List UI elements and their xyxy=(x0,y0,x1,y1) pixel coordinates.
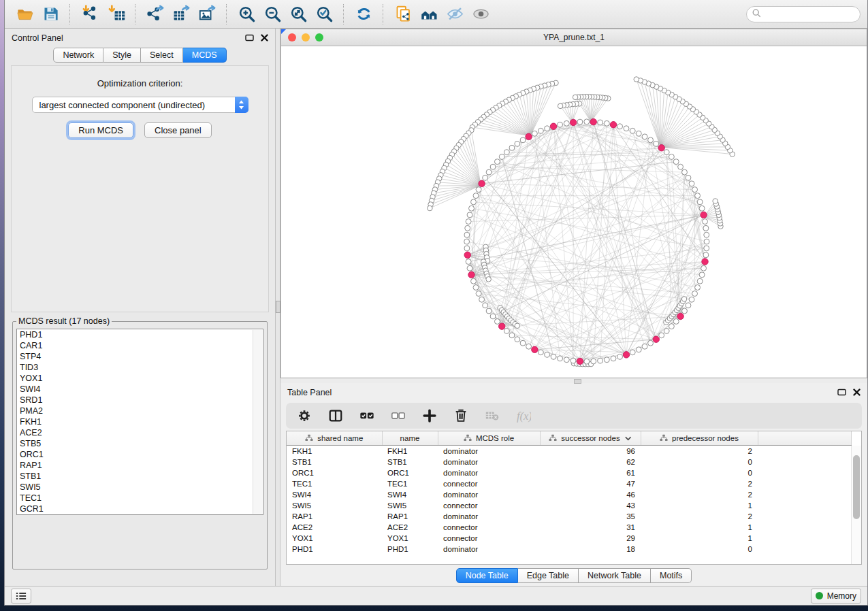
mcds-result-item[interactable]: CAR1 xyxy=(17,340,263,351)
export-network-button[interactable] xyxy=(142,3,168,25)
split-columns-button[interactable] xyxy=(328,408,343,423)
cell-successor_nodes[interactable]: 43 xyxy=(540,500,641,511)
cell-shared_name[interactable]: RAP1 xyxy=(287,511,382,522)
mcds-result-item[interactable]: FKH1 xyxy=(17,416,263,427)
memory-button[interactable]: Memory xyxy=(811,589,861,604)
cell-name[interactable]: ORC1 xyxy=(382,467,438,478)
cell-shared_name[interactable]: YOX1 xyxy=(287,533,382,544)
mcds-result-item[interactable]: STB1 xyxy=(17,471,263,482)
export-image-button[interactable] xyxy=(194,3,220,25)
float-panel-icon[interactable] xyxy=(245,34,254,42)
horizontal-splitter-handle[interactable] xyxy=(574,379,581,384)
table-tab-edge-table[interactable]: Edge Table xyxy=(518,568,579,583)
cell-shared_name[interactable]: SWI5 xyxy=(287,500,382,511)
cell-predecessor_nodes[interactable]: 2 xyxy=(641,511,758,522)
cell-shared_name[interactable]: SWI4 xyxy=(287,489,382,500)
hide-selected-button[interactable] xyxy=(442,3,468,25)
mcds-result-item[interactable]: PMA2 xyxy=(17,406,263,416)
mcds-result-item[interactable]: ORC1 xyxy=(17,449,263,460)
cell-name[interactable]: RAP1 xyxy=(382,511,438,522)
zoom-selected-button[interactable] xyxy=(311,3,337,25)
delete-column-button[interactable] xyxy=(453,408,468,423)
cell-shared_name[interactable]: FKH1 xyxy=(287,446,382,457)
cell-shared_name[interactable]: ORC1 xyxy=(287,467,382,478)
cell-name[interactable]: YOX1 xyxy=(382,533,438,544)
tab-mcds[interactable]: MCDS xyxy=(183,48,227,63)
cell-shared_name[interactable]: ACE2 xyxy=(287,522,382,533)
mcds-list-scrollbar[interactable] xyxy=(253,330,262,514)
cell-successor_nodes[interactable]: 29 xyxy=(540,533,641,544)
cell-shared_name[interactable]: TEC1 xyxy=(287,478,382,489)
zoom-fit-button[interactable] xyxy=(285,3,311,25)
optimization-criterion-select[interactable]: largest connected component (undirected) xyxy=(32,97,248,113)
table-row[interactable]: SWI4SWI4dominator462 xyxy=(287,489,852,500)
zoom-out-button[interactable] xyxy=(259,3,285,25)
mcds-result-item[interactable]: SWI5 xyxy=(17,482,263,493)
vertical-splitter[interactable] xyxy=(275,29,280,586)
table-tab-node-table[interactable]: Node Table xyxy=(456,568,518,583)
table-scrollbar[interactable] xyxy=(851,446,861,564)
table-row[interactable]: TEC1TEC1connector472 xyxy=(287,478,852,489)
mcds-result-item[interactable]: ACE2 xyxy=(17,427,263,438)
cell-predecessor_nodes[interactable]: 2 xyxy=(641,478,758,489)
vertical-splitter-handle[interactable] xyxy=(276,301,280,313)
table-row[interactable]: RAP1RAP1dominator352 xyxy=(287,511,852,522)
mcds-result-item[interactable]: RAP1 xyxy=(17,460,263,471)
cell-mcds_role[interactable]: dominator xyxy=(438,467,540,478)
import-network-button[interactable] xyxy=(77,3,103,25)
export-table-button[interactable] xyxy=(168,3,194,25)
mcds-result-item[interactable]: STP4 xyxy=(17,351,263,362)
cell-mcds_role[interactable]: dominator xyxy=(438,544,540,555)
minimize-window-button[interactable] xyxy=(302,33,310,42)
cell-predecessor_nodes[interactable]: 1 xyxy=(641,522,758,533)
first-neighbors-button[interactable] xyxy=(416,3,442,25)
table-tab-motifs[interactable]: Motifs xyxy=(651,568,692,583)
mcds-result-item[interactable]: TEC1 xyxy=(17,493,263,503)
tab-network[interactable]: Network xyxy=(53,48,103,63)
float-table-panel-icon[interactable] xyxy=(837,389,846,396)
import-table-button[interactable] xyxy=(103,3,129,25)
table-row[interactable]: STB1STB1dominator620 xyxy=(287,457,852,467)
network-window-titlebar[interactable]: YPA_prune.txt_1 xyxy=(281,29,867,46)
close-panel-button[interactable]: Close panel xyxy=(144,122,212,138)
duplicate-network-button[interactable] xyxy=(390,3,416,25)
table-row[interactable]: PHD1PHD1dominator180 xyxy=(287,544,852,555)
cell-name[interactable]: FKH1 xyxy=(382,446,438,457)
close-table-panel-icon[interactable] xyxy=(853,389,861,396)
settings-gear-button[interactable] xyxy=(297,408,312,423)
select-all-button[interactable] xyxy=(359,408,374,423)
cell-mcds_role[interactable]: dominator xyxy=(438,446,540,457)
mcds-result-item[interactable]: SRD1 xyxy=(17,395,263,406)
cell-shared_name[interactable]: PHD1 xyxy=(287,544,382,555)
mcds-result-item[interactable]: STB5 xyxy=(17,438,263,449)
cell-name[interactable]: SWI5 xyxy=(382,500,438,511)
network-canvas[interactable] xyxy=(281,46,867,378)
column-header-shared-name[interactable]: shared name xyxy=(287,431,382,446)
mcds-result-item[interactable]: GCR1 xyxy=(17,503,263,514)
table-row[interactable]: ACE2ACE2connector311 xyxy=(287,522,852,533)
table-row[interactable]: SWI5SWI5connector431 xyxy=(287,500,852,511)
cell-mcds_role[interactable]: dominator xyxy=(438,457,540,467)
table-row[interactable]: ORC1ORC1dominator610 xyxy=(287,467,852,478)
cell-predecessor_nodes[interactable]: 0 xyxy=(641,467,758,478)
mcds-result-item[interactable]: YOX1 xyxy=(17,373,263,384)
tab-style[interactable]: Style xyxy=(103,48,141,63)
create-column-button[interactable] xyxy=(422,408,437,423)
mcds-result-item[interactable]: PHD1 xyxy=(17,329,263,340)
deselect-all-button[interactable] xyxy=(391,408,406,423)
cell-successor_nodes[interactable]: 35 xyxy=(540,511,641,522)
cell-mcds_role[interactable]: connector xyxy=(438,500,540,511)
column-header-MCDS-role[interactable]: MCDS role xyxy=(438,431,540,446)
cell-mcds_role[interactable]: dominator xyxy=(438,489,540,500)
cell-predecessor_nodes[interactable]: 0 xyxy=(641,457,758,467)
open-session-button[interactable] xyxy=(12,3,37,25)
run-mcds-button[interactable]: Run MCDS xyxy=(68,122,133,138)
cell-successor_nodes[interactable]: 47 xyxy=(540,478,641,489)
save-session-button[interactable] xyxy=(37,3,63,25)
cell-name[interactable]: PHD1 xyxy=(382,544,438,555)
cell-mcds_role[interactable]: connector xyxy=(438,533,540,544)
table-scrollbar-thumb[interactable] xyxy=(853,455,860,519)
zoom-window-button[interactable] xyxy=(315,33,323,42)
show-all-button[interactable] xyxy=(468,3,494,25)
tab-select[interactable]: Select xyxy=(141,48,183,63)
